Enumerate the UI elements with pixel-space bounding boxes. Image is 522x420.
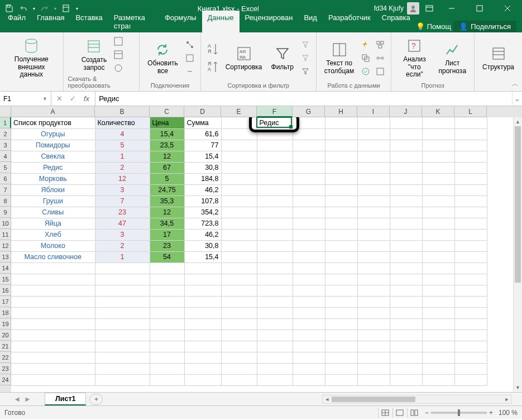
row-header[interactable]: 11 (0, 229, 11, 240)
column-header[interactable]: K (422, 106, 454, 117)
cell[interactable] (293, 218, 325, 229)
cell[interactable] (150, 341, 184, 352)
cell[interactable] (293, 251, 325, 262)
cell[interactable] (293, 128, 325, 140)
cell[interactable] (454, 207, 487, 218)
cell[interactable] (221, 140, 257, 151)
cell[interactable] (11, 285, 95, 296)
cell[interactable] (357, 195, 390, 207)
cell[interactable] (422, 318, 454, 330)
cell[interactable] (357, 330, 390, 341)
column-header[interactable]: D (184, 106, 221, 117)
cell[interactable] (422, 274, 454, 285)
cell[interactable] (325, 207, 357, 218)
cell[interactable] (221, 374, 257, 385)
cell[interactable] (357, 151, 390, 162)
cell[interactable]: 1 (95, 151, 150, 162)
tab-данные[interactable]: Данные (202, 11, 240, 32)
cell[interactable]: 30,8 (184, 240, 221, 251)
cell[interactable] (11, 352, 95, 363)
cell[interactable] (257, 307, 293, 318)
cell[interactable] (357, 240, 390, 251)
cell[interactable]: 354,2 (184, 207, 221, 218)
cell[interactable] (454, 262, 487, 274)
cell[interactable] (293, 117, 325, 128)
sort-az-icon[interactable]: АЯ (205, 41, 220, 58)
enter-formula-icon[interactable]: ✓ (67, 93, 78, 104)
cell[interactable] (422, 229, 454, 240)
cell[interactable] (325, 162, 357, 173)
normal-view-icon[interactable] (378, 408, 392, 418)
cell[interactable] (221, 173, 257, 184)
cell[interactable] (390, 330, 422, 341)
cell[interactable]: Хлеб (11, 229, 95, 240)
cell[interactable] (257, 207, 293, 218)
cell[interactable] (325, 374, 357, 385)
page-break-view-icon[interactable] (407, 408, 422, 418)
cell[interactable] (454, 195, 487, 207)
fx-icon[interactable]: fx (80, 94, 93, 103)
row-header[interactable]: 24 (0, 374, 11, 385)
tab-разработчик[interactable]: Разработчик (323, 11, 376, 32)
cell[interactable]: 2 (95, 162, 150, 173)
cell[interactable] (11, 330, 95, 341)
cell[interactable]: 77 (184, 140, 221, 151)
refresh-all-button[interactable]: Обновить все (144, 40, 181, 77)
cell[interactable] (357, 218, 390, 229)
cell[interactable]: Количество (95, 117, 150, 128)
cell[interactable] (257, 296, 293, 307)
cell[interactable] (422, 151, 454, 162)
cell[interactable] (454, 363, 487, 374)
cell[interactable]: Яйца (11, 218, 95, 229)
cell[interactable] (422, 330, 454, 341)
cell[interactable]: 67 (150, 162, 184, 173)
cell[interactable] (221, 162, 257, 173)
row-header[interactable]: 4 (0, 151, 11, 162)
cell[interactable] (257, 162, 293, 173)
cell[interactable] (293, 341, 325, 352)
row-header[interactable]: 17 (0, 296, 11, 307)
cell[interactable] (293, 262, 325, 274)
row-header[interactable]: 13 (0, 251, 11, 262)
cell[interactable]: Огурцы (11, 128, 95, 140)
redo-dropdown-icon[interactable]: ▾ (52, 2, 58, 15)
cell[interactable] (390, 374, 422, 385)
column-header[interactable]: C (150, 106, 184, 117)
cell[interactable] (454, 251, 487, 262)
column-header[interactable]: B (95, 106, 150, 117)
cell[interactable] (325, 330, 357, 341)
cell[interactable] (325, 117, 357, 128)
column-header[interactable]: I (357, 106, 390, 117)
cell[interactable] (357, 128, 390, 140)
cell[interactable] (325, 218, 357, 229)
cell[interactable] (357, 318, 390, 330)
row-header[interactable]: 18 (0, 307, 11, 318)
cell[interactable] (454, 274, 487, 285)
cell[interactable] (357, 207, 390, 218)
connections-icon[interactable] (184, 39, 196, 51)
what-if-button[interactable]: ? Анализ "что если" (396, 36, 433, 80)
cell[interactable] (454, 173, 487, 184)
cell[interactable] (357, 173, 390, 184)
column-header[interactable]: H (325, 106, 357, 117)
cell[interactable] (150, 296, 184, 307)
sheet-tab[interactable]: Лист1 (45, 393, 86, 405)
cell[interactable] (390, 262, 422, 274)
tab-справка[interactable]: Справка (376, 11, 416, 32)
column-header[interactable]: J (390, 106, 422, 117)
cell[interactable] (257, 229, 293, 240)
scroll-thumb[interactable] (332, 397, 415, 402)
cell[interactable] (221, 274, 257, 285)
cell[interactable] (184, 318, 221, 330)
cell[interactable]: 1 (95, 251, 150, 262)
cell[interactable] (325, 363, 357, 374)
column-header[interactable]: L (454, 106, 487, 117)
cell[interactable] (422, 117, 454, 128)
cell[interactable]: 15,4 (184, 251, 221, 262)
zoom-out-icon[interactable]: − (425, 409, 429, 417)
cell[interactable] (257, 218, 293, 229)
row-header[interactable]: 7 (0, 184, 11, 195)
cell[interactable]: 7 (95, 195, 150, 207)
row-header[interactable]: 6 (0, 173, 11, 184)
cell[interactable] (390, 363, 422, 374)
